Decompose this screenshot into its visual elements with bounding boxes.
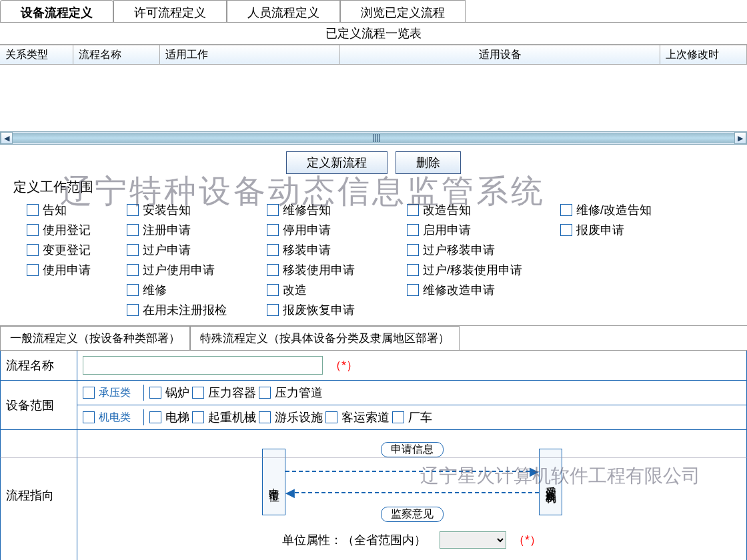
top-tab-bar: 设备流程定义 许可流程定义 人员流程定义 浏览已定义流程 bbox=[0, 0, 747, 23]
cb-label: 客运索道 bbox=[341, 409, 390, 425]
table-body-empty bbox=[0, 65, 747, 131]
define-new-flow-button[interactable]: 定义新流程 bbox=[286, 151, 388, 174]
col-applicable-work[interactable]: 适用工作 bbox=[160, 45, 340, 64]
cat-label: 机电类 bbox=[99, 411, 131, 425]
required-marker: （*） bbox=[513, 532, 542, 548]
row-flow-direction: 流程指向 申请单位 申请信息 ▶ ◀ 监察意见 受理监察机构 单位属性： bbox=[1, 430, 746, 560]
cb-label: 过户使用申请 bbox=[143, 262, 215, 278]
unit-label: 单位属性： bbox=[282, 532, 342, 548]
sub-tab-bar: 一般流程定义（按设备种类部署） 特殊流程定义（按具体设备分类及隶属地区部署） bbox=[0, 325, 747, 351]
checkbox[interactable] bbox=[149, 411, 161, 423]
checkbox[interactable] bbox=[127, 284, 139, 296]
flow-badge-supervision-opinion: 监察意见 bbox=[381, 507, 444, 522]
cb-label: 移装使用申请 bbox=[283, 262, 355, 278]
col-last-modified[interactable]: 上次修改时 bbox=[660, 45, 747, 64]
checkbox[interactable] bbox=[407, 244, 419, 256]
checkbox[interactable] bbox=[392, 411, 404, 423]
checkbox[interactable] bbox=[259, 387, 271, 399]
cb-label: 在用未注册报检 bbox=[143, 302, 227, 318]
cb-label: 过户申请 bbox=[143, 242, 191, 258]
list-title: 已定义流程一览表 bbox=[0, 23, 747, 45]
checkbox[interactable] bbox=[127, 224, 139, 236]
subtab-general-flow[interactable]: 一般流程定义（按设备种类部署） bbox=[0, 326, 190, 350]
cb-label: 游乐设施 bbox=[275, 409, 323, 425]
unit-scope-text: （全省范围内） bbox=[342, 532, 426, 548]
flow-name-input[interactable] bbox=[83, 356, 323, 375]
flow-box-supervision: 受理监察机构 bbox=[539, 449, 562, 515]
checkbox[interactable] bbox=[127, 204, 139, 216]
label-device-scope: 设备范围 bbox=[1, 381, 77, 429]
cb-label: 报废恢复申请 bbox=[283, 302, 355, 318]
checkbox[interactable] bbox=[407, 264, 419, 276]
cb-label: 移装申请 bbox=[283, 242, 331, 258]
required-marker: （*） bbox=[329, 357, 358, 373]
checkbox[interactable] bbox=[407, 284, 419, 296]
tab-browse-flow[interactable]: 浏览已定义流程 bbox=[340, 0, 466, 22]
checkbox[interactable] bbox=[560, 224, 572, 236]
checkbox[interactable] bbox=[407, 204, 419, 216]
checkbox[interactable] bbox=[267, 304, 279, 316]
cb-label: 维修告知 bbox=[283, 202, 331, 218]
cat-label: 承压类 bbox=[99, 386, 131, 400]
checkbox[interactable] bbox=[267, 264, 279, 276]
tab-permit-flow[interactable]: 许可流程定义 bbox=[113, 0, 227, 22]
checkbox[interactable] bbox=[192, 387, 204, 399]
checkbox[interactable] bbox=[149, 387, 161, 399]
cb-label: 起重机械 bbox=[208, 409, 256, 425]
checkbox[interactable] bbox=[407, 224, 419, 236]
checkbox[interactable] bbox=[127, 264, 139, 276]
flow-arrow-left: ◀ bbox=[285, 485, 539, 500]
cb-label: 报废申请 bbox=[576, 222, 624, 238]
cb-label: 改造 bbox=[283, 282, 307, 298]
checkbox[interactable] bbox=[192, 411, 204, 423]
cb-label: 维修 bbox=[143, 282, 167, 298]
scroll-left-icon[interactable]: ◀ bbox=[1, 132, 13, 144]
scroll-right-icon[interactable]: ▶ bbox=[734, 132, 746, 144]
delete-button[interactable]: 删除 bbox=[396, 151, 461, 174]
tab-equipment-flow[interactable]: 设备流程定义 bbox=[0, 0, 113, 22]
checkbox-electromechanical-category[interactable] bbox=[83, 411, 95, 423]
checkbox[interactable] bbox=[127, 304, 139, 316]
cb-label: 压力容器 bbox=[208, 385, 256, 401]
cb-label: 使用申请 bbox=[43, 262, 91, 278]
checkbox[interactable] bbox=[267, 204, 279, 216]
cb-label: 启用申请 bbox=[423, 222, 471, 238]
horizontal-scrollbar[interactable]: ◀ ▶ bbox=[0, 131, 747, 145]
checkbox[interactable] bbox=[27, 264, 39, 276]
arrowhead-right-icon: ▶ bbox=[530, 464, 539, 479]
cb-label: 维修/改造告知 bbox=[576, 202, 652, 218]
unit-select[interactable] bbox=[440, 531, 506, 549]
scope-checkbox-grid: 告知 使用登记 变更登记 使用申请 安装告知 注册申请 过户申请 过户使用申请 … bbox=[0, 200, 747, 320]
checkbox-pressure-category[interactable] bbox=[83, 387, 95, 399]
checkbox[interactable] bbox=[267, 284, 279, 296]
col-applicable-device[interactable]: 适用设备 bbox=[340, 45, 660, 64]
checkbox[interactable] bbox=[27, 204, 39, 216]
label-flow-direction: 流程指向 bbox=[1, 430, 77, 560]
cb-label: 变更登记 bbox=[43, 242, 91, 258]
cb-label: 锅炉 bbox=[165, 385, 189, 401]
flow-arrow-right: ▶ bbox=[285, 464, 539, 479]
cb-label: 电梯 bbox=[165, 409, 189, 425]
cb-label: 使用登记 bbox=[43, 222, 91, 238]
cb-label: 告知 bbox=[43, 202, 67, 218]
form-block: 流程名称 （*） 设备范围 承压类 锅炉 压力容器 压力管道 机电类 电梯 起重… bbox=[0, 351, 747, 560]
col-flow-name[interactable]: 流程名称 bbox=[73, 45, 160, 64]
flow-diagram: 申请单位 申请信息 ▶ ◀ 监察意见 受理监察机构 bbox=[83, 442, 741, 522]
checkbox[interactable] bbox=[267, 244, 279, 256]
cb-label: 停用申请 bbox=[283, 222, 331, 238]
checkbox[interactable] bbox=[267, 224, 279, 236]
checkbox[interactable] bbox=[27, 224, 39, 236]
checkbox[interactable] bbox=[560, 204, 572, 216]
col-relation-type[interactable]: 关系类型 bbox=[0, 45, 73, 64]
checkbox[interactable] bbox=[127, 244, 139, 256]
checkbox[interactable] bbox=[27, 244, 39, 256]
cb-label: 注册申请 bbox=[143, 222, 191, 238]
scroll-track[interactable] bbox=[13, 133, 734, 143]
checkbox[interactable] bbox=[325, 411, 337, 423]
table-header-row: 关系类型 流程名称 适用工作 适用设备 上次修改时 bbox=[0, 45, 747, 65]
subtab-special-flow[interactable]: 特殊流程定义（按具体设备分类及隶属地区部署） bbox=[190, 326, 460, 350]
tab-personnel-flow[interactable]: 人员流程定义 bbox=[227, 0, 340, 22]
checkbox[interactable] bbox=[259, 411, 271, 423]
cb-label: 安装告知 bbox=[143, 202, 191, 218]
cb-label: 厂车 bbox=[408, 409, 432, 425]
